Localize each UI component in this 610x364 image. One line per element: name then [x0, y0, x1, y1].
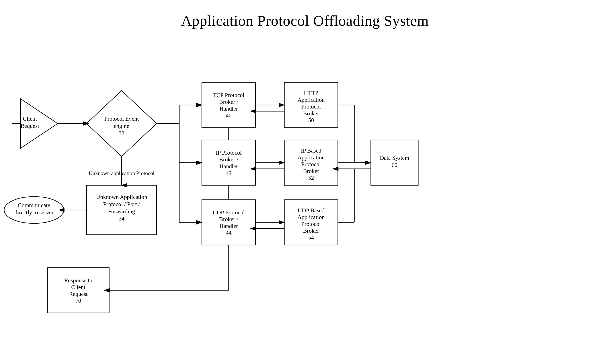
client-request-node: Client Request: [21, 99, 58, 148]
udp-app-broker-node: UDP Based Application Protocol Broker 54: [284, 200, 338, 245]
data-system-node: Data System 60: [371, 140, 418, 185]
cd-label1: Communicate: [18, 202, 50, 208]
udpab-label5: 54: [308, 234, 314, 241]
cd-label2: directly to server: [14, 209, 53, 216]
diagram-container: Client Request Protocol Event engine 32 …: [0, 41, 610, 364]
ip-app-broker-node: IP Based Application Protocol Broker 52: [284, 140, 338, 185]
protocol-event-engine-node: Protocol Event engine 32: [87, 91, 157, 156]
rcr-label2: Client: [71, 284, 85, 290]
pee-label2: engine: [114, 123, 129, 129]
uap-label2: Protocol / Port /: [103, 201, 140, 207]
uap-label3: Forwarding: [108, 208, 135, 215]
http-label2: Application: [297, 97, 325, 103]
response-client-node: Response to Client Request 70: [47, 268, 109, 313]
ipab-label5: 52: [308, 175, 314, 181]
http-label5: 50: [308, 117, 314, 123]
uap-label4: 34: [119, 215, 124, 222]
ipab-label4: Broker: [303, 168, 319, 174]
ds-label1: Data System: [380, 155, 409, 161]
unknown-protocol-label: Unknown application Protocol: [89, 170, 154, 176]
unknown-app-protocol-node: Unknown Application Protocol / Port / Fo…: [87, 185, 157, 235]
ds-label2: 60: [392, 162, 398, 168]
ipab-label1: IP Based: [301, 147, 321, 154]
communicate-directly-node: Communicate directly to server: [4, 197, 64, 223]
tcp-label1: TCP Protocol: [213, 92, 244, 98]
udp-label1: UDP Protocol: [212, 209, 245, 216]
udp-label3: Handler: [219, 223, 238, 229]
tcp-broker-node: TCP Protocol Broker / Handler 40: [202, 82, 255, 128]
ip-label3: Handler: [219, 163, 238, 169]
page-title: Application Protocol Offloading System: [0, 0, 610, 29]
tcp-label3: Handler: [219, 105, 238, 112]
http-app-broker-node: HTTP Application Protocol Broker 50: [284, 82, 338, 128]
ip-label2: Broker /: [219, 156, 238, 163]
client-request-label: Client: [23, 116, 37, 122]
udp-label2: Broker /: [219, 216, 238, 222]
rcr-label3: Request: [69, 291, 88, 297]
ip-broker-node: IP Protocol Broker / Handler 42: [202, 140, 255, 185]
tcp-label2: Broker /: [219, 99, 238, 105]
client-request-label2: Request: [21, 123, 39, 129]
udpab-label1: UDP Based: [298, 207, 324, 213]
ip-label1: IP Protocol: [216, 149, 242, 156]
rcr-label1: Response to: [64, 277, 92, 284]
http-label4: Broker: [303, 110, 319, 117]
uap-label1: Unknown Application: [96, 194, 147, 200]
udpab-label2: Application: [297, 214, 325, 220]
ipab-label2: Application: [297, 154, 325, 161]
tcp-label4: 40: [226, 112, 232, 118]
udpab-label3: Protocol: [301, 221, 321, 227]
udpab-label4: Broker: [303, 228, 319, 234]
http-label3: Protocol: [301, 103, 321, 110]
http-label1: HTTP: [304, 90, 318, 96]
udp-label4: 44: [226, 230, 232, 236]
ip-label4: 42: [226, 170, 232, 176]
rcr-label4: 70: [75, 298, 81, 304]
pee-label3: 32: [119, 130, 124, 136]
ipab-label3: Protocol: [301, 161, 321, 167]
pee-label1: Protocol Event: [104, 116, 139, 122]
udp-broker-node: UDP Protocol Broker / Handler 44: [202, 200, 255, 245]
diagram-svg: Client Request Protocol Event engine 32 …: [0, 41, 610, 364]
